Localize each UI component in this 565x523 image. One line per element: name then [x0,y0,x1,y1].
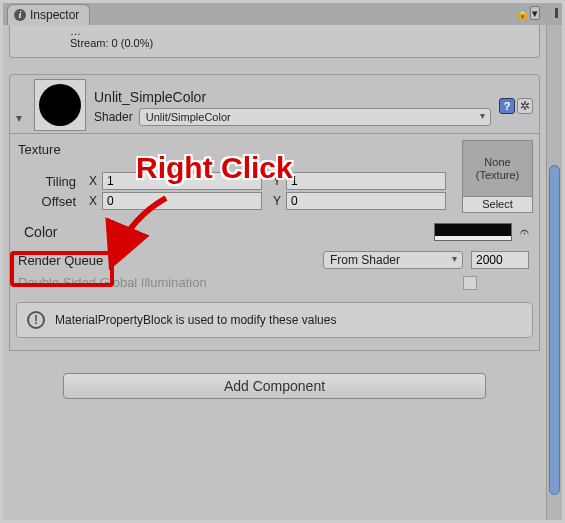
texture-slot-line2: (Texture) [476,169,519,182]
tab-bar: i Inspector 🔒 ▾ [3,3,562,25]
stream-stat-line: Stream: 0 (0.0%) [70,37,521,49]
gear-icon[interactable]: ✲ [517,98,533,114]
axis-x-label: X [84,174,102,188]
shader-dropdown[interactable]: Unlit/SimpleColor [139,108,491,126]
tiling-x-input[interactable] [102,172,262,190]
material-preview[interactable] [34,79,86,131]
offset-y-input[interactable] [286,192,446,210]
double-sided-gi-label: Double Sided Global Illumination [18,275,453,290]
inspector-body: … Stream: 0 (0.0%) ▾ Unlit_SimpleColor S… [3,25,546,520]
tab-label: Inspector [30,8,79,22]
lock-dropdown[interactable]: ▾ [530,6,540,20]
texture-slot-line1: None [484,156,510,169]
lock-area: 🔒 ▾ [515,6,540,20]
axis-y-label: Y [268,174,286,188]
eyedropper-icon[interactable]: 𝄐 [520,223,529,241]
material-card: ▾ Unlit_SimpleColor Shader Unlit/SimpleC… [9,74,540,351]
color-row: Color 𝄐 [16,213,533,251]
double-sided-gi-checkbox[interactable] [463,276,477,290]
material-name: Unlit_SimpleColor [94,85,491,108]
texture-label: Texture [16,140,452,163]
add-component-label: Add Component [224,378,325,394]
info-box: ! MaterialPropertyBlock is used to modif… [16,302,533,338]
lock-icon[interactable]: 🔒 [515,6,530,20]
color-swatch[interactable] [434,223,512,241]
inspector-window: i Inspector 🔒 ▾ … Stream: 0 (0.0%) ▾ [0,0,565,523]
axis-x-label-2: X [84,194,102,208]
texture-section: Texture Tiling X Y Offset [16,140,533,213]
axis-y-label-2: Y [268,194,286,208]
truncated-component-card: … Stream: 0 (0.0%) [9,25,540,58]
offset-x-input[interactable] [102,192,262,210]
render-queue-row: Render Queue From Shader [16,251,533,275]
render-queue-value-input[interactable] [471,251,529,269]
info-message: MaterialPropertyBlock is used to modify … [55,313,336,327]
double-sided-gi-row: Double Sided Global Illumination [16,275,533,296]
tiling-label: Tiling [16,174,84,189]
color-label[interactable]: Color [18,221,98,243]
info-warn-icon: ! [27,311,45,329]
inspector-tab[interactable]: i Inspector [7,4,90,25]
vertical-scrollbar[interactable] [546,25,562,520]
add-component-button[interactable]: Add Component [63,373,486,399]
material-foldout-icon[interactable]: ▾ [12,111,26,131]
render-queue-mode-value: From Shader [330,253,400,267]
help-icon[interactable]: ? [499,98,515,114]
material-preview-sphere [39,84,81,126]
panel-menu-icon[interactable] [555,8,558,18]
render-queue-label: Render Queue [18,253,315,268]
shader-label: Shader [94,110,133,124]
info-icon: i [14,9,26,21]
shader-value: Unlit/SimpleColor [146,111,231,123]
material-body: Texture Tiling X Y Offset [10,133,539,350]
offset-label: Offset [16,194,84,209]
render-queue-mode-dropdown[interactable]: From Shader [323,251,463,269]
scrollbar-thumb[interactable] [549,165,560,495]
texture-slot[interactable]: None (Texture) Select [462,140,533,213]
tiling-y-input[interactable] [286,172,446,190]
truncated-line: … [70,25,521,37]
material-header: ▾ Unlit_SimpleColor Shader Unlit/SimpleC… [10,75,539,133]
texture-select-button[interactable]: Select [463,196,532,212]
